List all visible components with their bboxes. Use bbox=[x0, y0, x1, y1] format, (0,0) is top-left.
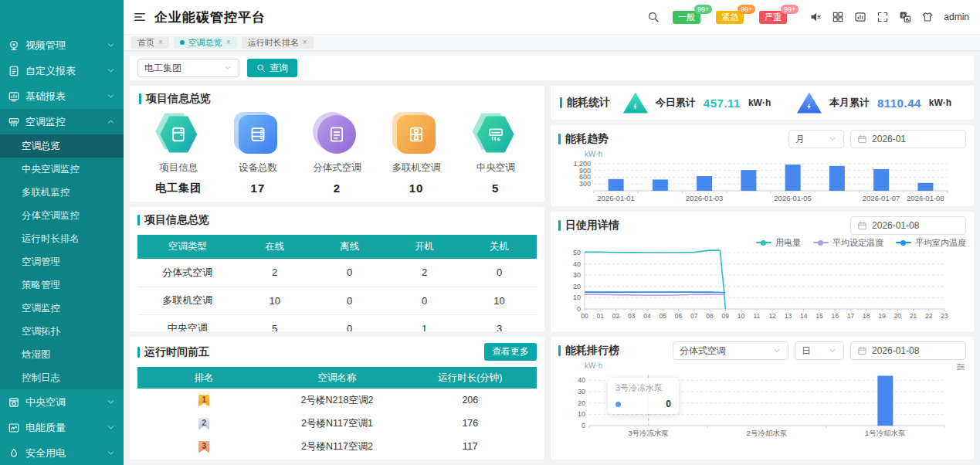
alarm-badge-严重[interactable]: 严重99+ bbox=[759, 11, 787, 24]
sidebar-subitem-空调监控[interactable]: 空调监控 bbox=[0, 297, 124, 320]
ranking-period-select[interactable]: 日 bbox=[795, 341, 844, 360]
project-select[interactable]: 电工集团 bbox=[137, 59, 239, 77]
svg-text:19: 19 bbox=[878, 312, 886, 320]
sidebar-item-label: 安全用电 bbox=[25, 446, 106, 460]
svg-text:21: 21 bbox=[910, 312, 917, 320]
alarm-badge-count: 99+ bbox=[781, 5, 799, 14]
ranking-date-value: 2026-01-08 bbox=[872, 345, 919, 356]
sidebar-group: 视频管理 bbox=[0, 32, 124, 58]
sidebar-group: 安全用电 bbox=[0, 440, 124, 465]
title-marker bbox=[137, 347, 140, 358]
table-header-row: 排名空调名称运行时长(分钟) bbox=[137, 367, 537, 389]
svg-text:300: 300 bbox=[579, 180, 591, 188]
layout-grid-icon[interactable] bbox=[832, 11, 844, 23]
close-icon[interactable]: × bbox=[226, 38, 231, 47]
svg-text:03: 03 bbox=[628, 312, 636, 320]
ac-name-cell: 2号楼N218空调1 bbox=[270, 458, 403, 460]
daily-date-picker[interactable]: 2026-01-08 bbox=[850, 216, 966, 235]
legend-item-平均设定温度[interactable]: 平均设定温度 bbox=[813, 237, 883, 249]
alarm-badge-紧急[interactable]: 紧急99+ bbox=[716, 11, 744, 24]
runtime-table: 排名空调名称运行时长(分钟)12号楼N218空调220622号楼N117空调11… bbox=[137, 367, 537, 460]
sidebar-subitem-空调管理[interactable]: 空调管理 bbox=[0, 250, 124, 273]
legend-item-平均室内温度[interactable]: 平均室内温度 bbox=[896, 237, 966, 249]
trend-period-select[interactable]: 月 bbox=[788, 130, 844, 148]
sidebar-item-基础报表[interactable]: 基础报表 bbox=[0, 83, 124, 109]
fullscreen-icon[interactable] bbox=[877, 11, 889, 23]
monitor-chart-icon[interactable] bbox=[854, 11, 866, 23]
table-row: 中央空调5013 bbox=[137, 314, 537, 331]
alarm-badge-count: 99+ bbox=[694, 5, 712, 14]
sidebar-subitem-多联机监控[interactable]: 多联机监控 bbox=[0, 181, 124, 204]
view-more-button[interactable]: 查看更多 bbox=[484, 343, 537, 361]
power-icon bbox=[8, 422, 20, 434]
table-cell: 5 bbox=[237, 314, 312, 331]
calendar-icon bbox=[857, 221, 867, 231]
y-axis-name: kW·h bbox=[585, 150, 966, 158]
table-cell: 多联机空调 bbox=[137, 287, 237, 314]
chevron-down-icon bbox=[772, 346, 782, 355]
legend-label: 用电量 bbox=[775, 237, 801, 249]
tab-空调总览[interactable]: 空调总览× bbox=[174, 36, 237, 49]
legend-marker bbox=[896, 242, 911, 243]
svg-text:20: 20 bbox=[573, 283, 581, 290]
theme-shirt-icon[interactable] bbox=[921, 11, 934, 23]
sidebar-item-电能质量[interactable]: 电能质量 bbox=[0, 415, 124, 440]
chevron-down-icon bbox=[106, 66, 116, 76]
sidebar-item-中央空调[interactable]: 中央空调 bbox=[0, 389, 124, 415]
sidebar-item-自定义报表[interactable]: 自定义报表 bbox=[0, 58, 124, 83]
svg-text:08: 08 bbox=[706, 312, 714, 320]
stat-items: 项目信息电工集团设备总数17分体式空调2多联机空调10中央空调5 bbox=[139, 115, 535, 195]
translate-icon[interactable] bbox=[899, 11, 911, 23]
tab-运行时长排名[interactable]: 运行时长排名× bbox=[242, 36, 314, 49]
legend-marker bbox=[756, 242, 771, 243]
sidebar-subitem-中央空调监控[interactable]: 中央空调监控 bbox=[0, 158, 124, 181]
sidebar-subitem-空调总览[interactable]: 空调总览 bbox=[0, 134, 124, 158]
rank-cell: 4 bbox=[137, 458, 270, 460]
table-cell: 0 bbox=[387, 287, 462, 314]
sidebar-subitem-分体空调监控[interactable]: 分体空调监控 bbox=[0, 204, 124, 227]
camera-icon bbox=[8, 39, 20, 52]
filter-bar: 电工集团 查询 bbox=[130, 56, 974, 80]
svg-text:1号冷却水泵: 1号冷却水泵 bbox=[865, 429, 906, 437]
sidebar-subitem-策略管理[interactable]: 策略管理 bbox=[0, 273, 124, 297]
month-energy: 本月累计 8110.44 kW·h bbox=[797, 93, 951, 114]
close-icon[interactable]: × bbox=[303, 38, 307, 47]
svg-text:0: 0 bbox=[582, 422, 585, 429]
ranking-type-select[interactable]: 分体式空调 bbox=[673, 341, 788, 360]
svg-text:05: 05 bbox=[660, 312, 667, 320]
svg-text:30: 30 bbox=[578, 388, 585, 395]
sidebar-item-空调监控[interactable]: 空调监控 bbox=[0, 109, 124, 134]
ranking-date-picker[interactable]: 2026-01-08 bbox=[850, 341, 966, 360]
trend-date-picker[interactable]: 2026-01 bbox=[850, 130, 966, 148]
sidebar-item-label: 中央空调 bbox=[25, 395, 106, 409]
ac-name-cell: 2号楼N218空调2 bbox=[270, 389, 403, 412]
svg-text:09: 09 bbox=[722, 312, 730, 320]
mute-icon[interactable] bbox=[809, 11, 822, 23]
legend-marker bbox=[813, 242, 829, 243]
section-title: 运行时间前五 bbox=[137, 345, 209, 359]
sidebar-subitem-焓湿图[interactable]: 焓湿图 bbox=[0, 343, 124, 366]
table-cell: 10 bbox=[237, 287, 312, 314]
svg-text:11: 11 bbox=[753, 312, 760, 320]
legend-item-用电量[interactable]: 用电量 bbox=[756, 237, 801, 249]
chevron-down-icon bbox=[223, 63, 232, 73]
title-marker bbox=[560, 97, 562, 108]
sidebar-item-label: 空调监控 bbox=[25, 115, 106, 129]
collapse-menu-icon[interactable] bbox=[133, 10, 147, 24]
sidebar-item-安全用电[interactable]: 安全用电 bbox=[0, 440, 124, 465]
svg-text:30: 30 bbox=[573, 271, 581, 279]
stat-icon-front bbox=[239, 115, 277, 154]
search-icon[interactable] bbox=[647, 11, 660, 23]
tab-首页[interactable]: 首页× bbox=[131, 36, 169, 49]
alarm-badge-一般[interactable]: 一般99+ bbox=[673, 11, 700, 24]
column-header: 运行时长(分钟) bbox=[404, 367, 537, 389]
search-button[interactable]: 查询 bbox=[247, 59, 297, 77]
sidebar-subitem-空调拓扑[interactable]: 空调拓扑 bbox=[0, 320, 124, 343]
sidebar-item-视频管理[interactable]: 视频管理 bbox=[0, 32, 124, 58]
user-name[interactable]: admin bbox=[944, 12, 969, 22]
sidebar-subitem-运行时长排名[interactable]: 运行时长排名 bbox=[0, 227, 124, 250]
table-cell: 分体式空调 bbox=[137, 259, 237, 287]
sidebar-item-label: 基础报表 bbox=[25, 90, 106, 104]
sidebar-subitem-控制日志[interactable]: 控制日志 bbox=[0, 366, 124, 389]
close-icon[interactable]: × bbox=[158, 38, 163, 47]
